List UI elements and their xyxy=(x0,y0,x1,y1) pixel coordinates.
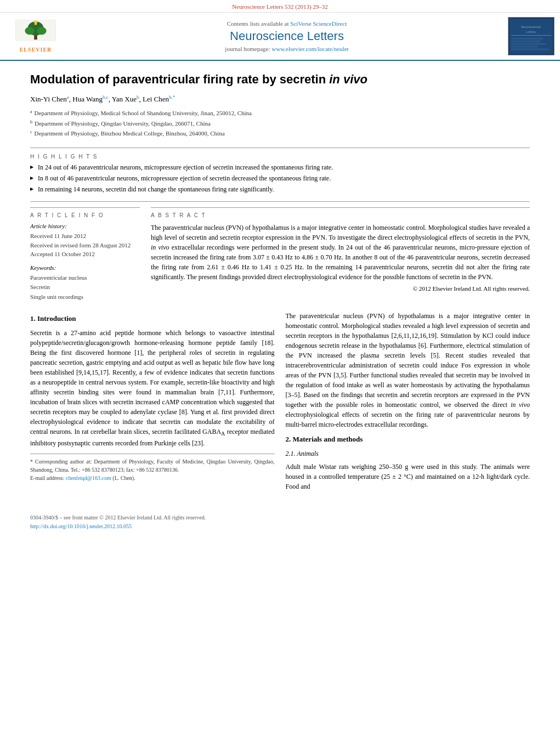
info-abstract-columns: A R T I C L E I N F O Article history: R… xyxy=(30,207,530,302)
elsevier-logo: ELSEVIER xyxy=(5,20,66,53)
svg-rect-16 xyxy=(511,48,548,50)
highlights-label: H I G H L I G H T S xyxy=(30,154,530,160)
accepted-date: Accepted 11 October 2012 xyxy=(30,250,140,259)
abstract-label: A B S T R A C T xyxy=(151,212,530,218)
highlight-item-1: In 24 out of 46 paraventricular neurons,… xyxy=(30,163,530,172)
contents-availability: Contents lists available at SciVerse Sci… xyxy=(71,20,502,27)
keyword-2: Secretin xyxy=(30,282,140,292)
authors-line: Xin-Yi Chena, Hua Wangb,c, Yan Xueb, Lei… xyxy=(30,94,530,104)
article-info-label: A R T I C L E I N F O xyxy=(30,212,140,218)
keywords-label: Keywords: xyxy=(30,264,140,271)
svg-rect-14 xyxy=(511,43,546,45)
history-section: Article history: Received 11 June 2012 R… xyxy=(30,223,140,259)
body-right-column: The paraventricular nucleus (PVN) of hyp… xyxy=(286,311,530,496)
email-note: E-mail address: chenleiqd@163.com (L. Ch… xyxy=(30,474,275,482)
homepage-link[interactable]: www.elsevier.com/locate/neulet xyxy=(271,46,348,52)
right-intro-text: The paraventricular nucleus (PVN) of hyp… xyxy=(286,311,530,429)
affiliation-b: b Department of Physiology, Qingdao Univ… xyxy=(30,118,530,129)
svg-rect-15 xyxy=(511,46,538,48)
elsevier-svg-icon xyxy=(8,20,63,46)
journal-header: ELSEVIER Contents lists available at Sci… xyxy=(0,13,560,61)
elsevier-text: ELSEVIER xyxy=(20,47,52,53)
keyword-1: Paraventricular nucleus xyxy=(30,273,140,283)
svg-text:Neuroscience: Neuroscience xyxy=(521,25,541,29)
intro-heading: 1. Introduction xyxy=(30,313,275,324)
svg-point-6 xyxy=(33,20,37,22)
abstract-column: A B S T R A C T The paraventricular nucl… xyxy=(151,207,530,302)
journal-title: Neuroscience Letters xyxy=(71,29,502,43)
intro-text: Secretin is a 27-amino acid peptide horm… xyxy=(30,328,275,448)
bottom-bar: 0304-3940/$ – see front matter © 2012 El… xyxy=(0,511,560,533)
abstract-text: The paraventricular nucleus (PVN) of hyp… xyxy=(151,223,530,282)
email-link[interactable]: chenleiqd@163.com xyxy=(66,475,111,481)
article-title: Modulation of paraventricular firing rat… xyxy=(30,72,530,88)
journal-reference-bar: Neuroscience Letters 532 (2013) 29–32 xyxy=(0,0,560,13)
article-info-column: A R T I C L E I N F O Article history: R… xyxy=(30,207,140,302)
sciverse-link[interactable]: SciVerse ScienceDirect xyxy=(290,20,347,27)
animals-text: Adult male Wistar rats weighing 250–350 … xyxy=(286,462,530,491)
animals-heading: 2.1. Animals xyxy=(286,449,530,459)
affiliation-a: a Department of Physiology, Medical Scho… xyxy=(30,108,530,118)
history-label: Article history: xyxy=(30,223,140,229)
methods-heading: 2. Materials and methods xyxy=(286,434,530,445)
highlights-list: In 24 out of 46 paraventricular neurons,… xyxy=(30,163,530,194)
highlights-section: H I G H L I G H T S In 24 out of 46 para… xyxy=(30,154,530,194)
svg-point-3 xyxy=(25,27,34,35)
divider-1 xyxy=(30,148,530,148)
journal-homepage: journal homepage: www.elsevier.com/locat… xyxy=(71,46,502,52)
footnotes-section: * Corresponding author at: Department of… xyxy=(30,454,275,482)
page-container: Neuroscience Letters 532 (2013) 29–32 EL… xyxy=(0,0,560,533)
svg-rect-11 xyxy=(511,35,551,36)
affiliation-c: c Department of Physiology, Binzhou Medi… xyxy=(30,128,530,139)
journal-thumbnail: Neuroscience Letters xyxy=(508,17,555,55)
issn-line: 0304-3940/$ – see front matter © 2012 El… xyxy=(30,513,530,522)
svg-rect-12 xyxy=(511,38,544,39)
journal-cover-icon: Neuroscience Letters xyxy=(508,17,554,55)
doi-link[interactable]: http://dx.doi.org/10.1016/j.neulet.2012.… xyxy=(30,523,132,529)
abstract-copyright: © 2012 Elsevier Ireland Ltd. All rights … xyxy=(151,285,530,292)
body-left-column: 1. Introduction Secretin is a 27-amino a… xyxy=(30,311,275,496)
keywords-section: Keywords: Paraventricular nucleus Secret… xyxy=(30,264,140,302)
header-center: Contents lists available at SciVerse Sci… xyxy=(71,20,502,52)
journal-reference: Neuroscience Letters 532 (2013) 29–32 xyxy=(232,3,328,10)
highlight-item-2: In 8 out of 46 paraventricular neurons, … xyxy=(30,174,530,183)
affiliations: a Department of Physiology, Medical Scho… xyxy=(30,108,530,139)
svg-point-4 xyxy=(37,27,46,35)
keyword-3: Single unit recordings xyxy=(30,292,140,302)
corresponding-note: * Corresponding author at: Department of… xyxy=(30,457,275,474)
body-columns: 1. Introduction Secretin is a 27-amino a… xyxy=(30,311,530,496)
doi-line: http://dx.doi.org/10.1016/j.neulet.2012.… xyxy=(30,522,530,531)
svg-text:Letters: Letters xyxy=(526,30,536,33)
main-content: Modulation of paraventricular firing rat… xyxy=(0,61,560,507)
svg-rect-13 xyxy=(511,41,541,42)
divider-2 xyxy=(30,201,530,202)
revised-date: Received in revised form 28 August 2012 xyxy=(30,241,140,250)
highlight-item-3: In remaining 14 neurons, secretin did no… xyxy=(30,185,530,194)
received-date: Received 11 June 2012 xyxy=(30,231,140,241)
